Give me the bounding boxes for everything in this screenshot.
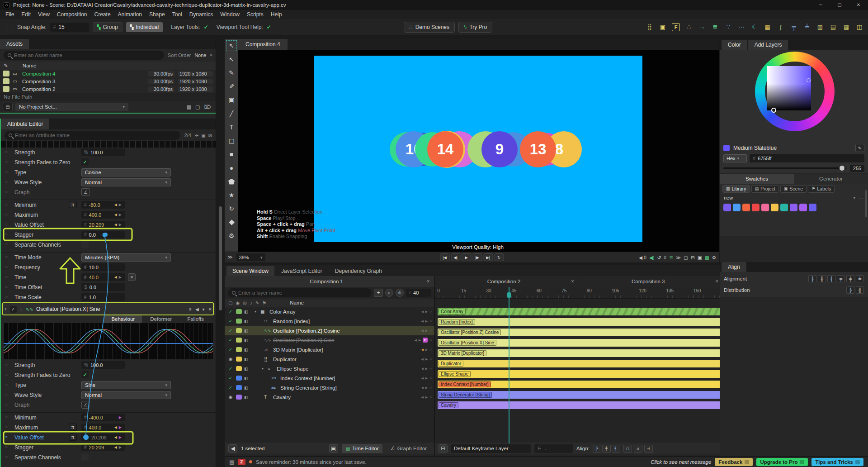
enabled-checkbox[interactable]: ✓ — [10, 306, 17, 313]
menu-item[interactable]: View — [34, 11, 53, 18]
attr-connector[interactable]: ○ — [5, 222, 8, 227]
panel-box-icon[interactable]: ▣ — [329, 444, 338, 453]
individual-toggle[interactable]: ▚Individual — [126, 22, 163, 32]
toolbar-icon[interactable]: ▤ — [827, 22, 839, 33]
next-keyframe-icon[interactable]: ▶ — [119, 203, 122, 207]
frame-icon[interactable]: ▢ — [195, 104, 200, 110]
toolbar-icon[interactable]: → — [696, 22, 708, 33]
keyframe-circle-icon[interactable]: ○ — [429, 376, 432, 380]
menu-item[interactable]: Help — [267, 11, 286, 18]
align-icon[interactable]: ⊣ — [644, 445, 653, 453]
hex-field[interactable]: #6755ff — [750, 154, 864, 162]
minimize-button[interactable]: ─ — [811, 0, 830, 10]
align-icon[interactable]: ╣ — [856, 286, 864, 294]
viewport-bar-icon[interactable]: ⊟ — [691, 255, 695, 260]
attr-connector[interactable]: ○ — [5, 242, 8, 247]
layer-row[interactable]: ✓ ◧ ∿∿ Oscillator [Position.Z] Cosine ◀ … — [225, 326, 434, 335]
toolbar-icon[interactable]: ◫ — [854, 22, 865, 33]
layer-color-swatch[interactable] — [236, 338, 242, 343]
attribute-search-input[interactable] — [15, 133, 176, 138]
viewport-bar-icon[interactable]: ◀ 0 — [639, 255, 646, 260]
next-keyframe-icon[interactable]: ▶ — [425, 310, 428, 314]
prev-keyframe-icon[interactable]: ◀ — [114, 203, 117, 207]
next-keyframe-icon[interactable]: ▶ — [425, 319, 428, 323]
layer-render-icon[interactable]: ◧ — [244, 348, 250, 352]
toolbar-icon[interactable]: ☾ — [749, 22, 760, 33]
tool-button[interactable]: ■ — [225, 148, 238, 161]
scene-composition-tab[interactable]: Composition 1✕ — [225, 276, 434, 287]
current-color-swatch[interactable] — [723, 145, 730, 151]
prev-keyframe-icon[interactable]: ◀ — [421, 396, 423, 399]
next-keyframe-icon[interactable]: ▶ — [119, 275, 122, 279]
keyframe-circle-icon[interactable]: ○ — [429, 310, 432, 314]
layer-list-header-icon[interactable]: ⊠ — [208, 133, 212, 138]
viewport-circle[interactable]: 13 — [520, 131, 556, 167]
align-icon[interactable]: ╧ — [856, 275, 864, 282]
toolbar-icon[interactable]: ∵ — [722, 22, 734, 33]
layer-enable-toggle[interactable]: ✓ — [227, 385, 234, 390]
layer-render-icon[interactable]: ◧ — [244, 376, 250, 381]
tool-button[interactable]: ╱ — [225, 107, 238, 120]
tool-button[interactable]: ✎ — [225, 66, 238, 80]
next-keyframe-icon[interactable]: ▶ — [425, 329, 428, 333]
layer-tools-check[interactable]: ✓ — [204, 24, 208, 30]
layer-color-swatch[interactable] — [236, 309, 242, 314]
attr-connector[interactable]: ○ — [5, 169, 8, 174]
attr-connector[interactable]: ○ — [5, 149, 8, 154]
color-swatch[interactable] — [761, 204, 769, 211]
trash-icon[interactable]: ⌦ — [204, 104, 211, 110]
attr-connector[interactable]: ○ — [5, 232, 8, 237]
panel-tab[interactable]: Color — [722, 40, 747, 50]
toolbar-icon[interactable]: ╧ — [801, 22, 813, 33]
transport-button[interactable]: ▶ — [462, 253, 471, 261]
layer-list-header-icon[interactable]: ◎ — [243, 300, 247, 305]
attr-connector[interactable]: ○ — [5, 294, 8, 299]
layer-color-swatch[interactable] — [236, 385, 242, 390]
layer-row[interactable]: ✓ ◧ abc String Generator [String] ◀ ▶ ○ — [225, 383, 434, 392]
attr-connector[interactable]: ○ — [5, 392, 8, 397]
layer-list-header-icon[interactable]: ✎ — [255, 300, 259, 305]
tool-button[interactable] — [225, 175, 238, 188]
folder-icon[interactable]: ▦ — [187, 104, 191, 110]
tool-button[interactable]: T — [225, 120, 238, 134]
next-keyframe-icon[interactable]: ▶ — [119, 223, 122, 227]
group-toggle[interactable]: ▚Group — [93, 22, 123, 32]
project-set-dropdown[interactable]: No Project Set...▾ — [15, 103, 128, 111]
attr-checkbox[interactable]: ✓ — [81, 158, 89, 166]
composition-canvas[interactable]: 10149813 — [314, 56, 642, 242]
attr-value-field[interactable]: # 400.0 ◀ ▶ — [81, 424, 125, 431]
layer-list-header-icon[interactable]: ♪ — [250, 300, 252, 305]
keyframe-circle-icon[interactable]: ○ — [429, 357, 432, 361]
attr-connector[interactable]: ○ — [5, 202, 8, 207]
pi-badge[interactable]: π — [69, 424, 77, 431]
close-icon[interactable]: ✕ — [715, 279, 719, 284]
attr-connector[interactable]: ○ — [5, 415, 8, 419]
alpha-slider[interactable] — [723, 167, 846, 169]
target-icon[interactable]: ⊕ — [396, 289, 404, 297]
chevron-down-icon[interactable]: ▾ — [853, 195, 855, 200]
align-icon[interactable]: ╡ — [612, 445, 620, 453]
layer-list-header-icon[interactable]: ◉ — [236, 300, 240, 305]
attr-select[interactable]: Minutes (BPM)▾ — [81, 253, 171, 262]
layer-search-input[interactable] — [238, 290, 368, 295]
layer-list-header-icon[interactable]: ✛ — [195, 133, 198, 138]
color-swatch[interactable] — [790, 204, 797, 211]
osc-tab[interactable]: Falloffs — [180, 315, 211, 323]
maximize-button[interactable]: ▢ — [830, 0, 849, 10]
toolbar-icon[interactable]: ≣ — [709, 22, 721, 33]
transport-button[interactable]: |▶ — [472, 253, 482, 261]
layer-search[interactable] — [228, 288, 372, 297]
sv-marker[interactable] — [807, 78, 811, 82]
menu-item[interactable]: File — [2, 11, 18, 18]
attr-connector[interactable]: ○ — [5, 444, 8, 449]
playhead[interactable] — [509, 287, 509, 443]
attr-value-field[interactable]: # 10.0 ◀ ▶ — [81, 263, 125, 271]
layer-color-swatch[interactable] — [236, 376, 242, 381]
layer-render-icon[interactable]: ◧ — [244, 357, 250, 362]
back-icon[interactable]: ◀ — [228, 444, 237, 453]
toolbar-icon[interactable]: ⣿ — [644, 22, 656, 33]
graph-editor-tab[interactable]: ∠Graph Editor — [386, 444, 431, 453]
layer-enable-toggle[interactable]: ✓ — [227, 376, 234, 381]
keyframe-circle-icon[interactable]: ○ — [429, 319, 432, 323]
keyframe-circle-icon[interactable]: ○ — [429, 395, 432, 399]
